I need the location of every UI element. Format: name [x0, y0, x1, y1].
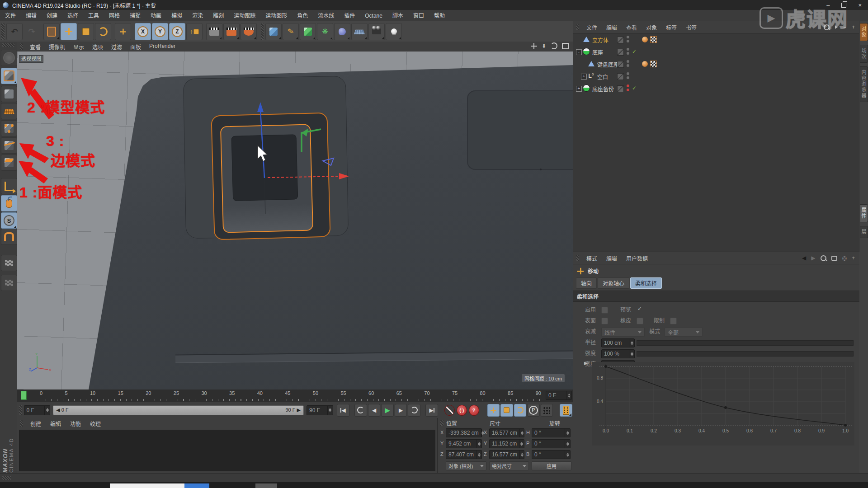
key-scale-toggle[interactable] [500, 404, 513, 417]
om-expand-icon[interactable]: + [852, 24, 855, 30]
next-frame-button[interactable]: ▶ [395, 404, 407, 417]
dock-tab[interactable]: 内容浏览器 [860, 66, 868, 102]
enable-snap-button[interactable] [1, 229, 17, 245]
viewport-pan-icon[interactable] [531, 43, 537, 49]
rotation-field[interactable]: 0 ° [532, 450, 571, 459]
section-header[interactable]: 柔和选择 [573, 291, 859, 302]
palette-grip[interactable] [2, 43, 14, 47]
menu-item[interactable]: 雕刻 [208, 10, 229, 21]
falloff-curve-graph[interactable]: 0.00.10.20.30.40.50.60.70.80.91.00.80.4 [592, 362, 854, 446]
size-field[interactable]: 11.152 cm [489, 439, 524, 448]
polygons-mode-button[interactable] [1, 155, 17, 171]
om-cursor-icon[interactable] [835, 25, 838, 29]
dock-tab[interactable]: 属性 [860, 204, 868, 222]
points-mode-button[interactable] [1, 120, 17, 136]
viewport-menu-item[interactable]: 过滤 [107, 43, 126, 51]
size-mode-select[interactable]: 绝对尺寸 [489, 461, 529, 470]
viewport-grip[interactable] [20, 43, 23, 50]
goto-next-key-button[interactable] [408, 404, 420, 417]
rotation-field[interactable]: 0 ° [532, 439, 571, 448]
view-label[interactable]: 透视视图 [19, 55, 43, 63]
restore-button[interactable] [841, 3, 846, 8]
enable-checkbox[interactable] [601, 307, 608, 314]
attribute-tab[interactable]: 对象轴心 [598, 277, 629, 289]
menu-item[interactable]: 运动图形 [260, 10, 292, 21]
limit-checkbox[interactable] [670, 318, 677, 324]
viewport-menu-item[interactable]: 查看 [26, 43, 45, 51]
om-search-icon[interactable] [824, 24, 830, 30]
material-list-area[interactable] [19, 430, 435, 471]
layer-chip[interactable] [617, 85, 624, 92]
om-menu-item[interactable]: 对象 [642, 23, 661, 31]
add-primitive-cube-button[interactable] [265, 23, 282, 40]
object-row[interactable]: - 底座 ✓ [573, 46, 859, 58]
key-pla-toggle[interactable] [541, 404, 553, 417]
edges-mode-button[interactable] [1, 137, 17, 154]
expand-toggle[interactable]: + [576, 86, 582, 92]
texture-tag-icon[interactable] [650, 61, 657, 67]
om-menu-item[interactable]: 编辑 [602, 23, 622, 31]
key-rotation-toggle[interactable] [514, 404, 527, 417]
object-row[interactable]: + 底座备份 ✓ [573, 82, 859, 94]
menu-item[interactable]: 选择 [62, 10, 83, 21]
om-collapse-icon[interactable]: − [843, 24, 846, 30]
viewport-menu-item[interactable]: 面板 [126, 43, 145, 51]
transport-grip[interactable] [19, 405, 22, 415]
render-to-picture-viewer-button[interactable] [223, 23, 240, 40]
record-keyframe-button[interactable] [444, 405, 455, 416]
y-axis-lock-button[interactable]: Y [152, 23, 168, 40]
timeline-ruler[interactable]: 051015202530354045505560657075808590 0 F [17, 389, 573, 403]
menu-item[interactable]: 流水线 [313, 10, 339, 21]
toolbar-grip[interactable] [1, 23, 5, 40]
panel-grip[interactable] [20, 420, 23, 427]
visibility-dots[interactable] [627, 48, 629, 55]
object-name[interactable]: 立方体 [592, 36, 609, 44]
scale-tool-button[interactable] [78, 23, 94, 40]
position-field[interactable]: 87.407 cm [446, 450, 482, 459]
visibility-dots[interactable] [627, 60, 629, 67]
live-selection-button[interactable] [43, 23, 60, 40]
dock-tab[interactable]: 对象 [860, 23, 868, 41]
object-row[interactable]: + 空白 [573, 70, 859, 82]
timeline-range-slider[interactable]: ◀ 0 F 90 F ▶ [53, 405, 304, 415]
material-menu-item[interactable]: 功能 [66, 420, 85, 427]
make-editable-button[interactable] [1, 50, 17, 66]
add-generator-button[interactable] [300, 23, 316, 40]
am-menu-item[interactable]: 用户数据 [622, 254, 652, 262]
coordinate-system-button[interactable]: ↑ [186, 23, 203, 40]
lock-workplane-button[interactable] [1, 275, 17, 291]
minimize-button[interactable]: – [826, 2, 830, 9]
visibility-dots[interactable] [627, 36, 629, 42]
menu-item[interactable]: 运动跟踪 [229, 10, 260, 21]
layer-chip[interactable] [617, 61, 624, 68]
last-tool-button[interactable] [115, 23, 131, 40]
surface-checkbox[interactable] [601, 318, 608, 324]
workplane-snap-button[interactable] [1, 255, 17, 271]
menu-item[interactable]: 编辑 [21, 10, 42, 21]
new-panel-icon[interactable]: + [852, 255, 855, 261]
radius-slider[interactable] [637, 340, 854, 346]
phong-tag-icon[interactable] [642, 61, 648, 67]
position-field[interactable]: -339.382 cm [446, 428, 482, 437]
am-menu-item[interactable]: 模式 [582, 254, 602, 262]
attribute-tab[interactable]: 轴向 [576, 277, 597, 289]
dock-tab[interactable]: 层 [860, 226, 868, 238]
radius-field[interactable]: 100 cm [601, 338, 635, 347]
playhead[interactable] [21, 391, 27, 400]
goto-end-button[interactable]: ▶ [425, 404, 438, 417]
move-tool-button[interactable] [61, 23, 77, 40]
am-search-icon[interactable] [821, 255, 826, 261]
om-menu-item[interactable]: 文件 [582, 23, 602, 31]
size-field[interactable]: 16.577 cm [489, 450, 524, 459]
menu-item[interactable]: 网格 [104, 10, 125, 21]
goto-start-button[interactable]: ◀ [337, 404, 349, 417]
attribute-tab[interactable]: 柔和选择 [630, 277, 662, 289]
panel-grip[interactable] [576, 24, 579, 30]
selected-keycap[interactable] [220, 124, 313, 233]
viewport-menu-item[interactable]: 显示 [69, 43, 88, 51]
x-axis-lock-button[interactable]: X [135, 23, 151, 40]
menu-item[interactable]: 渲染 [187, 10, 208, 21]
add-deformer-button[interactable]: ❋ [317, 23, 333, 40]
menu-item[interactable]: 模拟 [166, 10, 187, 21]
autokey-button[interactable]: ( ) [457, 405, 467, 416]
